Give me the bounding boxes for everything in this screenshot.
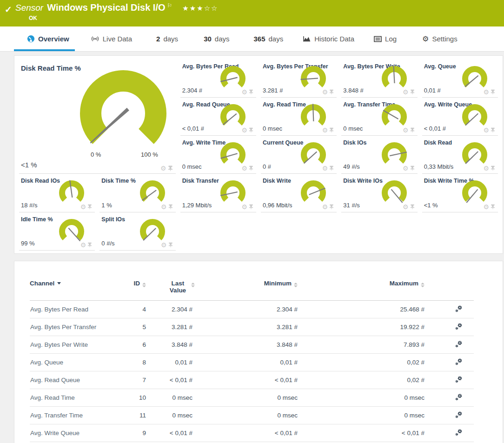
gear-icon[interactable]: ⚙: [160, 165, 166, 172]
pin-icon[interactable]: [410, 89, 415, 95]
gear-icon[interactable]: ⚙: [161, 204, 167, 210]
gauge-tile: Avg. Write Time 0 msec ⚙: [180, 136, 256, 174]
gear-icon[interactable]: ⚙: [403, 204, 409, 210]
channel-name[interactable]: Avg. Bytes Per Transfer: [30, 318, 123, 336]
pin-icon[interactable]: [410, 165, 415, 171]
gear-icon[interactable]: ⚙: [483, 127, 489, 133]
gauge-value: 0 msec: [263, 125, 282, 132]
stars-empty[interactable]: ☆☆: [204, 4, 219, 12]
col-header-id[interactable]: ID: [123, 277, 151, 301]
gear-icon[interactable]: ⚙: [322, 127, 328, 133]
col-label: ID: [134, 280, 140, 287]
pin-icon[interactable]: [329, 165, 334, 171]
tab-label: days: [215, 35, 230, 43]
gear-icon[interactable]: ⚙: [483, 165, 489, 172]
pin-icon[interactable]: [87, 242, 92, 248]
gauge-tile: Disk Transfer 1,29 Mbit/s ⚙: [180, 174, 256, 212]
col-header-last-value[interactable]: Last Value: [151, 277, 211, 301]
priority-flag-icon[interactable]: ⚐: [167, 2, 172, 9]
priority-stars[interactable]: ★★★☆☆: [182, 4, 218, 13]
gauge-tile: Split IOs 0 #/s ⚙: [99, 212, 175, 251]
gear-icon[interactable]: ⚙: [403, 165, 409, 172]
tab-365-days[interactable]: 365 days: [254, 26, 284, 51]
gauge-tile: Avg. Bytes Per Transfer 3.281 # ⚙: [261, 60, 337, 98]
gauge-value: 0 #: [263, 163, 271, 170]
gear-icon[interactable]: ⚙: [80, 242, 86, 248]
pin-icon[interactable]: [249, 89, 253, 95]
gauge-tile: Disk Write IOs 31 #/s ⚙: [341, 174, 417, 212]
channel-settings-button[interactable]: [455, 376, 463, 383]
gear-icon[interactable]: ⚙: [322, 165, 328, 172]
pin-icon[interactable]: [491, 89, 495, 95]
col-header-minimum[interactable]: Minimum: [211, 277, 318, 301]
tab-label: Settings: [432, 35, 457, 43]
channel-name[interactable]: Avg. Queue: [30, 354, 123, 371]
gear-icon[interactable]: ⚙: [241, 204, 247, 210]
gear-icon[interactable]: ⚙: [241, 127, 247, 133]
gauge-value: < 0,01 #: [182, 125, 204, 132]
channel-name[interactable]: Avg. Transfer Time: [30, 407, 123, 424]
gauge-tile: Current Queue 0 # ⚙: [261, 136, 337, 174]
channel-settings-button[interactable]: [455, 411, 463, 419]
gauge-tile: Disk Write 0,96 Mbit/s ⚙: [261, 174, 337, 212]
tab-historic-data[interactable]: Historic Data: [303, 26, 354, 51]
tab-label: Historic Data: [314, 35, 354, 43]
gauge-value: 0,96 Mbit/s: [263, 202, 292, 209]
tab-30-days[interactable]: 30 days: [204, 26, 229, 51]
channel-settings-button[interactable]: [455, 305, 463, 313]
pin-icon[interactable]: [410, 127, 415, 133]
pin-icon[interactable]: [168, 204, 173, 210]
channel-settings-button[interactable]: [455, 340, 463, 348]
gear-icon[interactable]: ⚙: [322, 89, 328, 95]
channel-minimum: 3.848 #: [211, 336, 318, 354]
gauge-value: 0 #/s: [101, 240, 114, 247]
channel-name[interactable]: Avg. Write Queue: [30, 424, 123, 442]
channel-row: Avg. Write Queue 9 < 0,01 # < 0,01 # < 0…: [30, 424, 474, 442]
pin-icon[interactable]: [249, 127, 253, 133]
channel-name[interactable]: Avg. Read Time: [30, 389, 123, 407]
gauge-tile: Disk Read IOs 18 #/s ⚙: [19, 174, 95, 212]
channel-settings-button[interactable]: [455, 358, 463, 366]
tab-log[interactable]: Log: [374, 26, 397, 51]
gauge-value: < 0,01 #: [424, 125, 446, 132]
channel-name[interactable]: Avg. Bytes Per Write: [30, 336, 123, 354]
col-header-channel[interactable]: Channel: [30, 277, 123, 301]
pin-icon[interactable]: [410, 204, 415, 210]
pin-icon[interactable]: [168, 242, 173, 248]
tab-settings[interactable]: ⚙ Settings: [422, 26, 458, 51]
channel-settings-button[interactable]: [455, 323, 463, 331]
col-header-maximum[interactable]: Maximum: [318, 277, 432, 301]
channel-settings-button[interactable]: [455, 429, 463, 436]
gauge-value: 18 #/s: [21, 202, 37, 209]
gear-icon[interactable]: ⚙: [403, 127, 409, 133]
pin-icon[interactable]: [249, 165, 253, 171]
tab-overview[interactable]: Overview: [27, 26, 69, 51]
gear-icon[interactable]: ⚙: [483, 89, 489, 95]
gear-icon[interactable]: ⚙: [403, 89, 409, 95]
gear-icon[interactable]: ⚙: [241, 89, 247, 95]
gear-icon[interactable]: ⚙: [483, 204, 489, 210]
gear-icon[interactable]: ⚙: [80, 204, 86, 210]
pin-icon[interactable]: [249, 204, 253, 210]
pin-icon[interactable]: [329, 204, 334, 210]
gauge-value: 1,29 Mbit/s: [182, 202, 212, 209]
pin-icon[interactable]: [491, 204, 495, 210]
pin-icon[interactable]: [491, 127, 495, 133]
channel-maximum: 25.468 #: [318, 301, 432, 318]
tab-2-days[interactable]: 2 days: [156, 26, 178, 51]
sort-icon: [191, 283, 195, 287]
pin-icon[interactable]: [491, 165, 495, 171]
gear-icon[interactable]: ⚙: [322, 204, 328, 210]
pin-icon[interactable]: [168, 165, 173, 172]
page-title: Windows Physical Disk I/O: [47, 2, 165, 13]
tab-live-data[interactable]: Live Data: [91, 26, 132, 51]
pin-icon[interactable]: [329, 89, 334, 95]
channel-name[interactable]: Avg. Bytes Per Read: [30, 301, 123, 318]
channel-settings-button[interactable]: [455, 393, 463, 401]
stars-filled[interactable]: ★★★: [182, 4, 204, 12]
gear-icon[interactable]: ⚙: [241, 165, 247, 172]
pin-icon[interactable]: [87, 204, 92, 210]
channel-name[interactable]: Avg. Read Queue: [30, 371, 123, 389]
gear-icon[interactable]: ⚙: [161, 242, 167, 248]
pin-icon[interactable]: [329, 127, 334, 133]
